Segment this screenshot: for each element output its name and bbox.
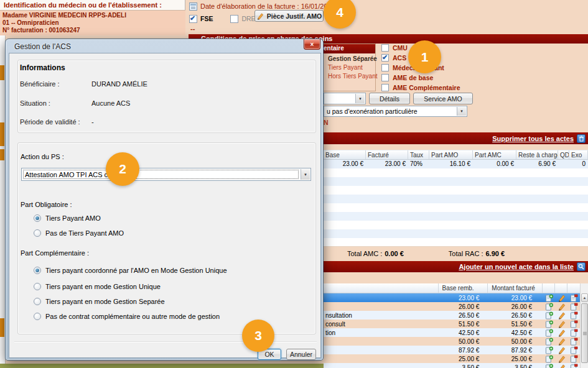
scroll-up-icon[interactable]: ▲ xyxy=(581,293,588,302)
coverage-option-tiers-payant[interactable]: Tiers Payant xyxy=(322,62,375,71)
total-amc: Total AMC :0.00 € xyxy=(347,250,404,257)
remove-act-icon[interactable] xyxy=(567,329,580,337)
step-badge-4: 4 xyxy=(324,0,356,29)
beneficiaire-value: DURAND AMÉLIE xyxy=(91,80,147,88)
edit-act-icon[interactable] xyxy=(555,320,567,328)
edit-act-icon[interactable] xyxy=(555,355,567,363)
acts-list-row[interactable]: 25.00 € 25.00 € xyxy=(324,354,580,363)
magnifier-icon[interactable] xyxy=(577,262,586,271)
coverage-option-gestion-separee[interactable]: Gestion Séparée xyxy=(322,53,375,62)
acts-list-row[interactable]: 23.00 € 23.00 € xyxy=(324,293,580,302)
remove-act-icon[interactable] xyxy=(567,303,580,311)
act-taux: 70% xyxy=(408,160,429,168)
act-part-amo: 16.10 € xyxy=(429,160,473,168)
radio-tp-gestion-unique[interactable]: Tiers payant en mode Gestion Unique xyxy=(34,283,161,290)
edit-act-icon[interactable] xyxy=(555,338,567,346)
coverage-option-hors-tiers-payant[interactable]: Hors Tiers Payant xyxy=(322,71,375,80)
act-row[interactable]: 23.00 € 23.00 € 70% 16.10 € 0.00 € 6.90 … xyxy=(324,160,588,168)
ame-complementaire-checkbox[interactable] xyxy=(381,84,389,91)
cmu-checkbox[interactable] xyxy=(381,44,389,52)
ame-complementaire-label: AME Complémentaire xyxy=(393,84,460,91)
edit-act-icon[interactable] xyxy=(555,364,567,368)
remove-act-icon[interactable] xyxy=(567,320,580,328)
duplicate-act-icon[interactable] xyxy=(543,355,555,363)
act-base-remb: 26.00 € xyxy=(439,303,488,310)
acs-label: ACS xyxy=(393,54,406,62)
radio-tp-coordonne-amo[interactable]: Tiers payant coordonné par l'AMO en Mode… xyxy=(34,267,227,274)
radio-tp-gestion-separee[interactable]: Tiers payant en mode Gestion Separée xyxy=(34,298,165,305)
acts-list-row[interactable]: tion 42.50 € 42.50 € xyxy=(324,328,580,337)
scrollbar-thumb[interactable] xyxy=(581,303,588,363)
act-label: tion xyxy=(324,329,439,336)
edit-act-icon[interactable] xyxy=(555,329,567,337)
part-obligatoire-label: Part Obligatoire : xyxy=(21,201,72,208)
remove-act-icon[interactable] xyxy=(567,355,580,363)
col-header-icons xyxy=(543,283,555,293)
act-base-remb: 25.00 € xyxy=(439,356,488,362)
fse-checkbox[interactable] xyxy=(189,15,197,23)
duplicate-act-icon[interactable] xyxy=(543,329,555,337)
empty-rows xyxy=(324,168,588,246)
edit-act-icon[interactable] xyxy=(555,303,567,311)
exoneration-dropdown[interactable]: u pas d'exonération particulière ▼ xyxy=(324,106,467,117)
acts-list-row[interactable]: 26.00 € 26.00 € xyxy=(324,302,580,311)
trash-icon[interactable] xyxy=(577,134,586,143)
duplicate-act-icon[interactable] xyxy=(543,346,555,354)
acts-list-row[interactable]: 50.00 € 50.00 € xyxy=(324,337,580,346)
acs-checkbox[interactable] xyxy=(381,54,389,62)
sidebar-orange-mark xyxy=(0,65,4,80)
cancel-button[interactable]: Annuler xyxy=(286,349,316,360)
duplicate-act-icon[interactable] xyxy=(543,294,555,302)
remove-act-icon[interactable] xyxy=(567,346,580,354)
duplicate-act-icon[interactable] xyxy=(543,311,555,320)
col-header-icons xyxy=(555,283,567,293)
act-base-remb: 42.50 € xyxy=(439,329,488,336)
acts-list-scrollbar[interactable]: ▲ xyxy=(580,283,588,368)
remove-act-icon[interactable] xyxy=(567,311,580,320)
coverage-groupbox-header: entaire xyxy=(322,44,375,53)
edit-act-icon[interactable] xyxy=(555,346,567,354)
duplicate-act-icon[interactable] xyxy=(543,338,555,346)
radio-pas-de-contrat[interactable]: Pas de contrat complémentaire ou autre m… xyxy=(34,313,220,320)
situation-label: Situation : xyxy=(20,99,50,107)
remove-act-icon[interactable] xyxy=(567,338,580,346)
acts-list-row[interactable]: 3.50 € 3.50 € xyxy=(324,363,580,368)
close-icon[interactable]: × xyxy=(304,39,320,50)
piece-justif-amo-button[interactable]: Pièce Justif. AMO xyxy=(254,10,324,22)
col-header-base-remb: Base remb. xyxy=(439,283,488,293)
duplicate-act-icon[interactable] xyxy=(543,320,555,328)
dialog-body: Informations Bénéficiaire : DURAND AMÉLI… xyxy=(9,53,321,358)
edit-act-icon[interactable] xyxy=(555,294,567,302)
details-button[interactable]: Détails xyxy=(369,93,410,104)
remove-act-icon[interactable] xyxy=(567,294,580,302)
radio-icon xyxy=(34,229,41,237)
coverage-dropdown[interactable]: ▼ xyxy=(324,93,366,104)
radio-tiers-payant-amo[interactable]: Tiers Payant AMO xyxy=(34,214,101,222)
step-badge-1: 1 xyxy=(408,40,441,73)
dre-checkbox[interactable] xyxy=(230,15,238,23)
col-header-exo: Exo xyxy=(569,150,588,159)
acts-list-row[interactable]: nsultation 26.50 € 26.50 € xyxy=(324,311,580,320)
checkbox-row-ame-base: AME de base xyxy=(381,73,460,83)
action-ps-dropdown[interactable]: Attestation AMO TPI ACS contrat A ▼ xyxy=(21,168,311,181)
ame-base-checkbox[interactable] xyxy=(381,74,389,81)
service-amo-button[interactable]: Service AMO xyxy=(413,93,473,104)
remove-act-icon[interactable] xyxy=(567,364,580,368)
add-act-link[interactable]: Ajouter un nouvel acte dans la liste xyxy=(459,263,574,270)
act-part-amc: 0.00 € xyxy=(473,160,516,168)
situation-value: Aucune ACS xyxy=(91,99,130,107)
col-header-part-amc: Part AMC xyxy=(473,150,516,159)
medecin-traitant-checkbox[interactable] xyxy=(381,64,389,71)
delete-all-acts-link[interactable]: Supprimer tous les actes xyxy=(492,135,574,142)
total-rac: Total RAC :6.90 € xyxy=(449,250,505,257)
edit-act-icon[interactable] xyxy=(555,311,567,320)
act-exo: 0 xyxy=(569,160,588,168)
acts-list-row[interactable]: 87.92 € 87.92 € xyxy=(324,346,580,354)
act-label: consult xyxy=(324,321,439,328)
act-label: nsultation xyxy=(324,312,439,319)
chevron-down-icon: ▼ xyxy=(355,94,365,103)
duplicate-act-icon[interactable] xyxy=(543,303,555,311)
acts-list-row[interactable]: consult 51.50 € 51.50 € xyxy=(324,320,580,328)
duplicate-act-icon[interactable] xyxy=(543,364,555,368)
radio-pas-tiers-payant-amo[interactable]: Pas de Tiers Payant AMO xyxy=(34,229,124,237)
